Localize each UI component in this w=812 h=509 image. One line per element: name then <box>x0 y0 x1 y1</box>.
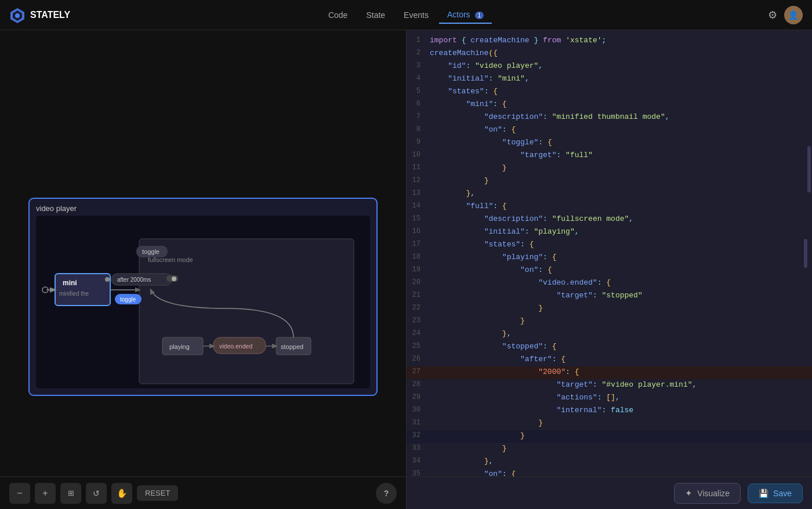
code-line-15: 15 "description": "fullscreen mode", <box>407 213 812 226</box>
state-machine-diagram: video player mini minified the full full… <box>23 192 394 413</box>
tab-events[interactable]: Events <box>396 7 437 23</box>
code-line-20: 20 "video.ended": { <box>407 277 812 290</box>
code-line-26: 26 "after": { <box>407 354 812 366</box>
svg-text:after  2000ms: after 2000ms <box>117 277 151 283</box>
grab-tool-button[interactable]: ✋ <box>111 483 132 504</box>
svg-text:video player: video player <box>36 204 77 213</box>
canvas-toolbar: − + ⊞ ↺ ✋ RESET ? <box>0 477 406 509</box>
code-line-3: 3 "id": "video player", <box>407 60 812 73</box>
zoom-out-button[interactable]: − <box>9 483 30 504</box>
header-right: ⚙ 👤 <box>768 6 803 24</box>
code-line-13: 13 }, <box>407 188 812 201</box>
svg-text:stopped: stopped <box>281 343 303 350</box>
code-line-33: 33 } <box>407 443 812 456</box>
code-line-5: 5 "states": { <box>407 86 812 99</box>
svg-point-28 <box>172 277 176 281</box>
code-editor[interactable]: 1 import { createMachine } from 'xstate'… <box>407 30 812 477</box>
logo: STATELY <box>9 7 70 23</box>
svg-text:playing: playing <box>169 343 190 350</box>
code-line-2: 2 createMachine({ <box>407 48 812 60</box>
code-line-6: 6 "mini": { <box>407 99 812 111</box>
code-toolbar: ✦ Visualize 💾 Save <box>407 477 812 509</box>
avatar[interactable]: 👤 <box>784 6 803 24</box>
code-line-1: 1 import { createMachine } from 'xstate'… <box>407 35 812 48</box>
save-icon: 💾 <box>759 489 768 498</box>
code-line-30: 30 "internal": false <box>407 405 812 417</box>
code-line-12: 12 } <box>407 175 812 188</box>
code-line-9: 9 "toggle": { <box>407 137 812 150</box>
code-line-29: 29 "actions": [], <box>407 392 812 405</box>
help-button[interactable]: ? <box>376 483 397 504</box>
svg-point-2 <box>15 13 20 18</box>
canvas-panel: video player mini minified the full full… <box>0 30 406 509</box>
code-line-31: 31 } <box>407 417 812 430</box>
settings-icon[interactable]: ⚙ <box>768 9 777 21</box>
code-line-22: 22 } <box>407 303 812 315</box>
tab-state[interactable]: State <box>358 7 393 23</box>
code-line-7: 7 "description": "minified thumbnail mod… <box>407 111 812 124</box>
tab-code[interactable]: Code <box>320 7 356 23</box>
code-line-17: 17 "states": { <box>407 239 812 252</box>
code-line-32: 32 } <box>407 430 812 443</box>
svg-text:toggle: toggle <box>142 248 160 255</box>
code-line-4: 4 "initial": "mini", <box>407 73 812 86</box>
save-button[interactable]: 💾 Save <box>748 483 803 503</box>
app-name: STATELY <box>30 10 70 20</box>
fit-button[interactable]: ⊞ <box>60 483 81 504</box>
code-line-18: 18 "playing": { <box>407 252 812 264</box>
stately-logo-icon <box>9 7 26 23</box>
code-panel: 1 import { createMachine } from 'xstate'… <box>406 30 812 509</box>
svg-text:mini: mini <box>63 279 77 287</box>
reset-view-button[interactable]: ↺ <box>86 483 107 504</box>
code-line-11: 11 } <box>407 162 812 175</box>
visualize-icon: ✦ <box>685 488 693 499</box>
code-line-21: 21 "target": "stopped" <box>407 290 812 303</box>
code-line-10: 10 "target": "full" <box>407 150 812 162</box>
tab-actors[interactable]: Actors 1 <box>439 6 492 24</box>
code-line-25: 25 "stopped": { <box>407 341 812 354</box>
svg-text:minified the: minified the <box>59 290 89 297</box>
actors-badge: 1 <box>475 12 484 19</box>
svg-text:toggle: toggle <box>120 296 136 303</box>
code-line-35: 35 "on": { <box>407 468 812 477</box>
code-line-19: 19 "on": { <box>407 264 812 277</box>
code-line-34: 34 }, <box>407 456 812 468</box>
main-layout: video player mini minified the full full… <box>0 30 812 509</box>
header: STATELY Code State Events Actors 1 ⚙ 👤 <box>0 0 812 30</box>
svg-point-24 <box>105 277 110 282</box>
header-nav: Code State Events Actors 1 <box>320 6 492 24</box>
code-line-23: 23 } <box>407 315 812 328</box>
code-line-28: 28 "target": "#video player.mini", <box>407 379 812 392</box>
code-line-27: 27 "2000": { <box>407 366 812 379</box>
code-line-16: 16 "initial": "playing", <box>407 226 812 239</box>
mini-scrollbar-thumb[interactable] <box>804 239 807 268</box>
code-line-14: 14 "full": { <box>407 201 812 213</box>
zoom-in-button[interactable]: + <box>35 483 56 504</box>
reset-button[interactable]: RESET <box>137 485 178 501</box>
code-line-24: 24 }, <box>407 328 812 341</box>
scrollbar-thumb[interactable] <box>807 146 811 192</box>
code-line-8: 8 "on": { <box>407 124 812 137</box>
visualize-button[interactable]: ✦ Visualize <box>674 483 741 504</box>
svg-text:video.ended: video.ended <box>219 343 252 350</box>
